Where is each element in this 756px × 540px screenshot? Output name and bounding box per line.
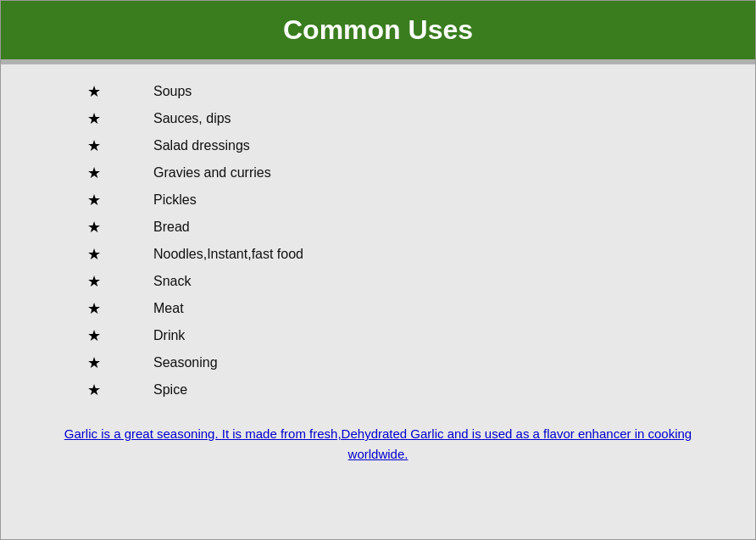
star-icon: ★ (35, 109, 153, 128)
list-item: ★Meat (35, 295, 721, 322)
star-icon: ★ (35, 299, 153, 318)
star-icon: ★ (35, 191, 153, 209)
card-body: ★Soups★Sauces, dips★Salad dressings★Grav… (1, 64, 755, 482)
star-icon: ★ (35, 82, 153, 101)
item-label: Bread (153, 220, 190, 235)
star-icon: ★ (35, 218, 153, 237)
item-label: Spice (153, 382, 187, 398)
item-label: Sauces, dips (153, 111, 231, 126)
card-header: Common Uses (1, 1, 755, 59)
item-label: Gravies and curries (153, 165, 271, 181)
list-item: ★Noodles,Instant,fast food (35, 241, 721, 268)
star-icon: ★ (35, 354, 153, 372)
item-label: Salad dressings (153, 138, 250, 153)
description-text: Garlic is a great seasoning. It is made … (35, 424, 721, 465)
star-icon: ★ (35, 164, 153, 182)
star-icon: ★ (35, 136, 153, 155)
list-item: ★Seasoning (35, 349, 721, 376)
main-card: Common Uses ★Soups★Sauces, dips★Salad dr… (0, 0, 756, 540)
item-label: Noodles,Instant,fast food (153, 247, 303, 262)
item-label: Snack (153, 274, 191, 289)
list-item: ★Salad dressings (35, 132, 721, 159)
list-item: ★Drink (35, 322, 721, 349)
item-label: Drink (153, 328, 185, 343)
list-item: ★Snack (35, 268, 721, 295)
list-item: ★Spice (35, 376, 721, 404)
list-item: ★Gravies and curries (35, 159, 721, 186)
item-label: Seasoning (153, 355, 218, 370)
item-label: Pickles (153, 192, 197, 208)
star-icon: ★ (35, 245, 153, 264)
list-item: ★Soups (35, 78, 721, 105)
item-label: Meat (153, 301, 184, 316)
page-title: Common Uses (283, 14, 473, 45)
uses-list: ★Soups★Sauces, dips★Salad dressings★Grav… (35, 78, 721, 404)
list-item: ★Pickles (35, 186, 721, 214)
item-label: Soups (153, 84, 192, 99)
star-icon: ★ (35, 326, 153, 345)
star-icon: ★ (35, 381, 153, 399)
star-icon: ★ (35, 272, 153, 291)
list-item: ★Sauces, dips (35, 105, 721, 132)
list-item: ★Bread (35, 214, 721, 241)
